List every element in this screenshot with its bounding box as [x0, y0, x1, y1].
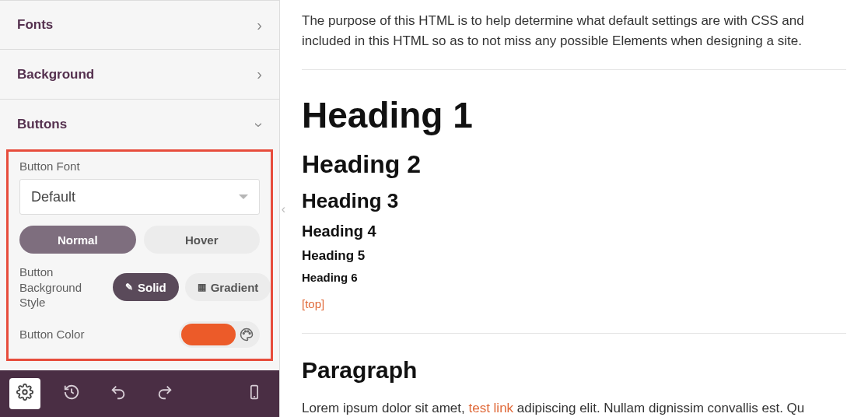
tab-hover-label: Hover: [185, 233, 219, 247]
bg-style-gradient[interactable]: ▦ Gradient: [185, 273, 271, 301]
palette-icon[interactable]: [236, 324, 257, 345]
heading-2: Heading 2: [302, 145, 846, 183]
test-link[interactable]: test link: [468, 401, 513, 415]
paragraph-heading: Paragraph: [302, 352, 846, 387]
collapse-sidebar-handle[interactable]: ‹: [282, 202, 285, 216]
bg-style-solid-label: Solid: [138, 281, 166, 294]
button-color-control[interactable]: [179, 321, 260, 348]
bg-style-row: Button Background Style ✎ Solid ▦ Gradie…: [19, 265, 260, 310]
history-icon: [63, 384, 80, 405]
section-fonts-label: Fonts: [17, 17, 53, 33]
sidebar-bottom-toolbar: [0, 370, 279, 417]
tab-hover[interactable]: Hover: [144, 226, 261, 254]
section-fonts[interactable]: Fonts ›: [0, 0, 279, 50]
color-swatch[interactable]: [181, 324, 236, 345]
heading-4: Heading 4: [302, 219, 846, 243]
section-background[interactable]: Background ›: [0, 50, 279, 100]
button-color-row: Button Color: [19, 321, 260, 348]
button-color-label: Button Color: [19, 328, 84, 341]
sidebar-scroll: Fonts › Background › Buttons › Button Fo…: [0, 0, 279, 370]
section-background-label: Background: [17, 67, 94, 82]
heading-1: Heading 1: [302, 89, 846, 142]
button-font-value: Default: [31, 189, 75, 205]
customizer-sidebar: Fonts › Background › Buttons › Button Fo…: [0, 0, 280, 417]
mobile-icon: [247, 384, 262, 404]
heading-6: Heading 6: [302, 269, 846, 287]
state-tab-row: Normal Hover: [19, 226, 260, 254]
undo-icon: [110, 384, 127, 405]
button-font-select[interactable]: Default: [19, 179, 260, 215]
bg-style-label: Button Background Style: [19, 265, 105, 310]
button-font-label: Button Font: [19, 159, 260, 173]
chevron-down-icon: ›: [250, 122, 268, 128]
paragraph-post: adipiscing elit. Nullam dignissim conval…: [513, 401, 804, 415]
mobile-preview-button[interactable]: [239, 378, 270, 409]
top-link[interactable]: [top]: [302, 297, 324, 310]
intro-text: The purpose of this HTML is to help dete…: [302, 11, 846, 51]
preview-pane: The purpose of this HTML is to help dete…: [280, 0, 868, 417]
svg-point-3: [249, 332, 250, 334]
svg-point-0: [243, 332, 244, 334]
pencil-icon: ✎: [125, 282, 133, 293]
settings-button[interactable]: [9, 378, 40, 409]
chevron-right-icon: ›: [257, 16, 262, 34]
divider: [302, 69, 846, 70]
undo-button[interactable]: [103, 378, 134, 409]
chevron-right-icon: ›: [257, 65, 262, 83]
section-buttons-label: Buttons: [17, 117, 67, 132]
bg-style-gradient-label: Gradient: [211, 281, 259, 294]
heading-5: Heading 5: [302, 246, 846, 266]
svg-point-4: [23, 390, 27, 394]
redo-icon: [156, 384, 173, 405]
grid-icon: ▦: [198, 282, 206, 293]
svg-point-2: [247, 330, 249, 331]
buttons-panel-highlight: Button Font Default Normal Hover Button …: [6, 149, 273, 361]
divider: [302, 333, 846, 334]
gear-icon: [16, 384, 33, 405]
heading-3: Heading 3: [302, 186, 846, 216]
history-button[interactable]: [56, 378, 87, 409]
paragraph-text: Lorem ipsum dolor sit amet, test link ad…: [302, 398, 846, 418]
bg-style-solid[interactable]: ✎ Solid: [113, 273, 179, 301]
svg-point-1: [245, 330, 247, 331]
tab-normal[interactable]: Normal: [19, 226, 136, 254]
tab-normal-label: Normal: [58, 233, 98, 247]
redo-button[interactable]: [149, 378, 180, 409]
caret-down-icon: [239, 194, 248, 199]
paragraph-pre: Lorem ipsum dolor sit amet,: [302, 401, 468, 415]
section-buttons[interactable]: Buttons ›: [0, 100, 279, 149]
